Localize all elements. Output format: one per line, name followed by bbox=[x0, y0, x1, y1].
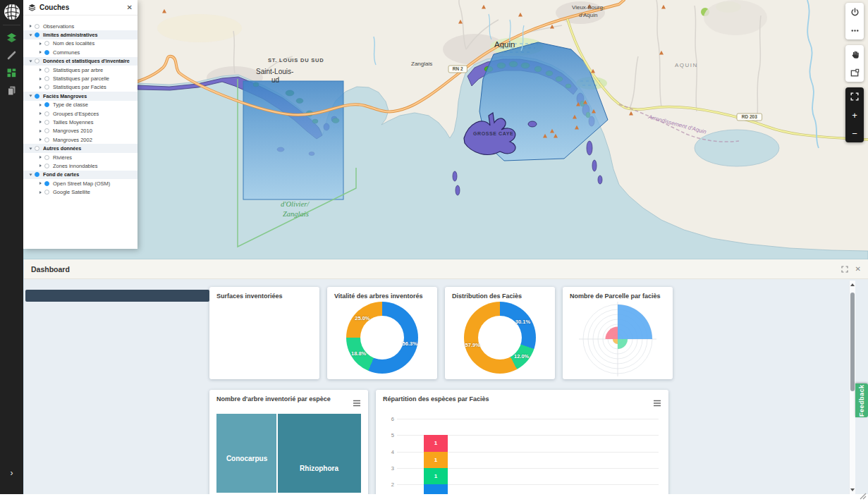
card-title: Répartition des espèces par Faciès bbox=[383, 395, 652, 402]
chevron-right-icon[interactable] bbox=[39, 138, 42, 141]
layer-tree-item[interactable]: Groupes d'Espèces bbox=[23, 109, 137, 118]
chevron-right-icon[interactable] bbox=[39, 182, 42, 185]
chevron-right-icon[interactable] bbox=[39, 86, 42, 89]
layer-tree-item[interactable]: Autres données bbox=[23, 144, 137, 152]
layer-visibility-radio[interactable] bbox=[44, 120, 49, 125]
dashboard-card-vitalite: Vitalité des arbres inventorés56.3%18.8%… bbox=[327, 287, 437, 379]
layer-tree-item[interactable]: Données et statistiques d'inventaire bbox=[23, 57, 137, 66]
zoom-in-icon[interactable]: + bbox=[845, 106, 864, 124]
donut-hole bbox=[360, 316, 404, 359]
dashboard-grid-icon[interactable] bbox=[0, 64, 23, 82]
chevron-right-icon[interactable] bbox=[39, 51, 42, 54]
chevron-right-icon[interactable] bbox=[30, 25, 32, 27]
map-canvas[interactable]: ST. LOUIS DU SUDSaint-Louis-udZanglaisVi… bbox=[23, 0, 868, 259]
pan-hand-icon[interactable] bbox=[845, 45, 864, 63]
chevron-right-icon[interactable] bbox=[39, 68, 42, 71]
layer-tree-item[interactable]: Statistiques par Faciès bbox=[23, 83, 137, 92]
layer-tree-item[interactable]: Statistiques par arbre bbox=[23, 66, 137, 74]
chevron-down-icon[interactable] bbox=[30, 173, 32, 176]
scroll-down-arrow-icon[interactable] bbox=[850, 488, 855, 491]
y-axis-tick: 2 bbox=[377, 481, 394, 488]
layer-visibility-radio[interactable] bbox=[35, 32, 39, 37]
close-icon[interactable]: ✕ bbox=[855, 265, 861, 273]
chevron-right-icon[interactable] bbox=[39, 156, 42, 159]
chevron-right-icon[interactable] bbox=[39, 104, 42, 106]
layer-visibility-radio[interactable] bbox=[44, 190, 49, 195]
layer-item-label: Statistiques par Faciès bbox=[53, 84, 106, 90]
chevron-right-icon[interactable] bbox=[39, 130, 42, 133]
measure-icon[interactable] bbox=[0, 47, 23, 64]
layer-visibility-radio[interactable] bbox=[44, 50, 49, 55]
layer-visibility-radio[interactable] bbox=[44, 76, 49, 81]
bar-segment[interactable]: 1 bbox=[424, 452, 448, 468]
bar-segment[interactable]: 1 bbox=[424, 435, 448, 451]
feedback-tab[interactable]: Feedback bbox=[855, 383, 868, 417]
hamburger-menu-icon[interactable] bbox=[653, 397, 661, 410]
chevron-right-icon[interactable] bbox=[39, 191, 42, 194]
layer-visibility-radio[interactable] bbox=[44, 111, 49, 116]
layer-tree-item[interactable]: Communes bbox=[23, 48, 137, 56]
resize-handle-icon[interactable] bbox=[860, 490, 867, 503]
treemap-node[interactable] bbox=[216, 414, 276, 493]
sidebar-expand-chevron-icon[interactable]: › bbox=[0, 466, 23, 480]
gridline bbox=[397, 419, 659, 419]
layer-visibility-radio[interactable] bbox=[35, 172, 39, 177]
layer-visibility-radio[interactable] bbox=[35, 59, 39, 63]
layer-visibility-radio[interactable] bbox=[35, 94, 39, 99]
chevron-down-icon[interactable] bbox=[30, 147, 32, 149]
layer-visibility-radio[interactable] bbox=[44, 102, 49, 107]
chevron-right-icon[interactable] bbox=[39, 42, 42, 45]
layer-tree-item[interactable]: Tailles Moyennes bbox=[23, 118, 137, 126]
expand-icon[interactable] bbox=[841, 266, 848, 273]
layer-tree-item[interactable]: Fond de cartes bbox=[23, 171, 137, 179]
layer-tree-item[interactable]: Mangroves 2002 bbox=[23, 135, 137, 144]
chevron-right-icon[interactable] bbox=[39, 78, 42, 80]
treemap-node[interactable] bbox=[278, 414, 361, 493]
dashboard-title: Dashboard bbox=[31, 265, 834, 273]
hamburger-menu-icon[interactable] bbox=[353, 397, 361, 410]
layer-tree-item[interactable]: Nom des localités bbox=[23, 39, 137, 48]
power-icon[interactable] bbox=[845, 3, 864, 21]
chevron-right-icon[interactable] bbox=[39, 112, 42, 115]
layers-icon[interactable] bbox=[0, 29, 23, 47]
vertical-scrollbar[interactable] bbox=[849, 281, 855, 494]
zoom-out-icon[interactable]: − bbox=[845, 124, 864, 142]
layer-tree-item[interactable]: Google Satellite bbox=[23, 188, 137, 196]
layer-tree-item[interactable]: Zones innondables bbox=[23, 161, 137, 170]
layer-tree-item[interactable]: Type de classe bbox=[23, 101, 137, 109]
scrollbar-thumb[interactable] bbox=[850, 293, 855, 391]
chevron-down-icon[interactable] bbox=[30, 60, 32, 62]
layer-item-label: Type de classe bbox=[53, 102, 88, 108]
layer-visibility-radio[interactable] bbox=[44, 85, 49, 90]
more-options-icon[interactable] bbox=[845, 21, 864, 39]
fullscreen-icon[interactable] bbox=[845, 87, 864, 106]
layer-tree-item[interactable]: Mangroves 2010 bbox=[23, 127, 137, 135]
layer-visibility-radio[interactable] bbox=[44, 68, 49, 73]
layer-visibility-radio[interactable] bbox=[44, 155, 49, 160]
layer-visibility-radio[interactable] bbox=[44, 181, 49, 186]
layer-visibility-radio[interactable] bbox=[35, 146, 39, 151]
chevron-right-icon[interactable] bbox=[39, 121, 42, 123]
layer-tree-item[interactable]: Observations bbox=[23, 22, 137, 30]
layer-item-label: Statistiques par arbre bbox=[53, 67, 103, 73]
scroll-up-arrow-icon[interactable] bbox=[850, 283, 855, 286]
chevron-down-icon[interactable] bbox=[30, 34, 32, 36]
layer-tree-item[interactable]: Rivières bbox=[23, 153, 137, 161]
layer-visibility-radio[interactable] bbox=[44, 41, 49, 46]
print-pages-icon[interactable] bbox=[0, 82, 23, 99]
map-toolbar: +− bbox=[845, 3, 864, 148]
layer-tree-item[interactable]: Open Street Map (OSM) bbox=[23, 179, 137, 188]
layer-tree-item[interactable]: limites administratives bbox=[23, 30, 137, 39]
chevron-right-icon[interactable] bbox=[39, 164, 42, 167]
globe-wireframe-logo[interactable] bbox=[3, 3, 21, 21]
bar-segment[interactable]: 1 bbox=[424, 468, 448, 484]
layer-visibility-radio[interactable] bbox=[35, 24, 39, 29]
chevron-down-icon[interactable] bbox=[30, 95, 32, 97]
layer-visibility-radio[interactable] bbox=[44, 137, 49, 142]
layer-tree-item[interactable]: Statistiques par parcelle bbox=[23, 74, 137, 82]
layer-visibility-radio[interactable] bbox=[44, 164, 49, 168]
close-icon[interactable]: ✕ bbox=[127, 4, 133, 11]
overview-frame-icon[interactable] bbox=[845, 63, 864, 82]
layer-tree-item[interactable]: Faciès Mangroves bbox=[23, 92, 137, 100]
layer-visibility-radio[interactable] bbox=[44, 128, 49, 133]
